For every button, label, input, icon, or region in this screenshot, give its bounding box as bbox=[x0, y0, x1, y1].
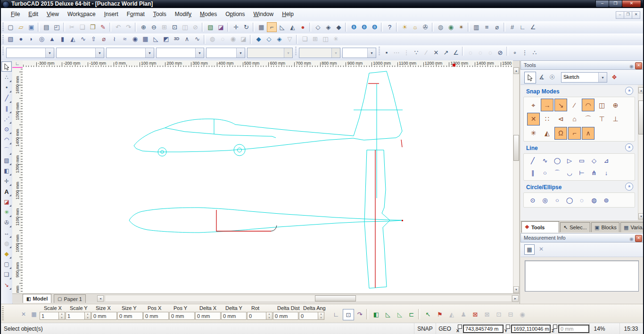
line-multiline-button[interactable]: ⋔ bbox=[588, 167, 600, 179]
snap-none-button[interactable]: ✳ bbox=[527, 127, 540, 140]
hemisphere-button[interactable]: ◗ bbox=[26, 34, 36, 44]
menu-tools[interactable]: Tools bbox=[149, 8, 171, 21]
world-view-button[interactable]: ☉ bbox=[547, 72, 557, 82]
top-view-black-arc[interactable] bbox=[271, 225, 277, 231]
zoom-previous-button[interactable]: ⊘ bbox=[190, 22, 200, 32]
eraser-tool-button[interactable]: ◆ bbox=[2, 249, 11, 259]
palette-scroll-thumb[interactable] bbox=[638, 100, 644, 134]
fill-display-button[interactable]: ◧ bbox=[371, 309, 381, 319]
inspector-coord-system-button[interactable]: ⊡ bbox=[343, 309, 354, 320]
snap-vertex-2-button[interactable]: ∵ bbox=[412, 48, 421, 57]
format-painter-button[interactable]: ✎ bbox=[98, 22, 108, 32]
angle-lock-button[interactable]: ∠ bbox=[528, 22, 538, 32]
side-view-fuselage[interactable] bbox=[134, 71, 402, 152]
zoom-in-button[interactable]: ⊕ bbox=[139, 22, 149, 32]
revolve-button[interactable]: ⌀ bbox=[99, 34, 109, 44]
menu-file[interactable]: File bbox=[7, 8, 24, 21]
menu-view[interactable]: View bbox=[42, 8, 63, 21]
point-tool-button[interactable]: • bbox=[2, 83, 11, 92]
boolean-subtract-button[interactable]: ◌ bbox=[218, 34, 228, 44]
mesh-button[interactable]: ▦ bbox=[140, 34, 150, 44]
circle-ref-c-button[interactable]: ◌ bbox=[486, 48, 495, 57]
snap-modes-tool-tool-button[interactable]: ✳ bbox=[2, 208, 11, 217]
zoom-tool-tool-button[interactable]: ↘ bbox=[2, 280, 11, 290]
undo-button[interactable]: ↶ bbox=[113, 22, 123, 32]
field-input[interactable]: 0▴▾ bbox=[247, 312, 272, 320]
palette-tab-selec[interactable]: ↖Selec... bbox=[560, 222, 590, 232]
style-combo[interactable]: Sketch ▼ bbox=[561, 72, 607, 83]
menu-window[interactable]: Window bbox=[249, 8, 278, 21]
camera-button[interactable]: ✇ bbox=[421, 22, 430, 32]
dropdown-icon[interactable]: ▼ bbox=[236, 48, 245, 58]
select-handles-tool-button[interactable]: ▢ bbox=[2, 259, 11, 269]
line-parallel-button[interactable]: ∥ bbox=[527, 167, 538, 179]
menu-help[interactable]: Help bbox=[278, 8, 298, 21]
field-input[interactable]: 0 mm bbox=[195, 312, 221, 320]
snap-vertex-button[interactable]: → bbox=[541, 99, 553, 111]
print-preview-button[interactable]: ◰ bbox=[52, 22, 62, 32]
degrade-selection-button[interactable]: ◭ bbox=[446, 309, 457, 319]
redo-button[interactable]: ↷ bbox=[124, 22, 133, 32]
snap-rubber-button[interactable]: ⊲ bbox=[554, 113, 567, 125]
copy-objects-button[interactable]: ❏ bbox=[300, 34, 310, 44]
spin-up-icon[interactable]: ▴ bbox=[318, 312, 324, 316]
sun-study-button[interactable]: ☼ bbox=[410, 22, 420, 32]
snap-midpoint-button[interactable]: ∕ bbox=[568, 99, 581, 111]
zoom-out-button[interactable]: ⊖ bbox=[149, 22, 159, 32]
snap-divide-button[interactable]: ⋮ bbox=[402, 48, 411, 57]
toolbar-grip[interactable] bbox=[295, 47, 297, 56]
surface-edit-button[interactable]: ◈ bbox=[274, 34, 284, 44]
zoom-window-button[interactable]: ⊞ bbox=[159, 22, 169, 32]
wedge-button[interactable]: ◭ bbox=[68, 34, 78, 44]
cone-button[interactable]: ▲ bbox=[47, 34, 57, 44]
pan-button[interactable]: ✛ bbox=[231, 22, 241, 32]
mode-d-button[interactable]: ◉ bbox=[517, 309, 528, 319]
tools-palette-close-button[interactable]: ✕ bbox=[635, 62, 642, 69]
circle-tangent-point-button[interactable]: ◍ bbox=[588, 194, 600, 206]
open-button[interactable]: ▱ bbox=[16, 22, 26, 32]
mdi-close-button[interactable]: ✕ bbox=[632, 11, 640, 19]
snap-magnetic-button[interactable]: Ω bbox=[554, 127, 567, 140]
arc-tool-button[interactable]: ◠ bbox=[2, 135, 11, 144]
trace-line-button[interactable]: ⋮ bbox=[520, 48, 529, 57]
measure-clear-button[interactable]: ✕ bbox=[537, 244, 546, 254]
insert-picture-button[interactable]: ▧ bbox=[206, 22, 215, 32]
dimension-tool-button[interactable]: ↔ bbox=[2, 228, 11, 238]
snap-ortho-button[interactable]: ⌐ bbox=[568, 127, 581, 140]
line-tangent-2-arcs-button[interactable]: ◡ bbox=[564, 167, 575, 179]
curve-tool-button[interactable]: ⌒ bbox=[2, 145, 11, 155]
snap-ortho-h-button[interactable]: ⊥ bbox=[609, 113, 622, 125]
dropdown-icon[interactable]: ▼ bbox=[367, 48, 376, 58]
spin-down-icon[interactable]: ▾ bbox=[266, 316, 272, 320]
field-input[interactable]: 0 mm bbox=[117, 312, 143, 320]
menu-modes[interactable]: Modes bbox=[196, 8, 221, 21]
field-input[interactable]: 0 mm bbox=[143, 312, 169, 320]
tab-paper-1[interactable]: ▢ Paper 1 bbox=[54, 294, 86, 303]
snap-direction-button[interactable]: ↗ bbox=[441, 48, 451, 57]
scroll-down-button[interactable]: ▼ bbox=[513, 286, 519, 293]
aerial-view-button[interactable]: ◫ bbox=[180, 22, 190, 32]
text-tool-button[interactable]: A bbox=[2, 187, 11, 196]
field-input[interactable]: 0 mm bbox=[91, 312, 117, 320]
circle-tangent-3-button[interactable]: ◌ bbox=[576, 194, 587, 206]
properties-button[interactable]: ≡ bbox=[482, 22, 492, 32]
quality-render-button[interactable]: ◆ bbox=[334, 22, 344, 32]
collapse-button[interactable]: « bbox=[625, 143, 633, 151]
snap-apparent-int-button[interactable]: ◭ bbox=[541, 127, 553, 140]
toolbar-grip[interactable] bbox=[379, 47, 380, 56]
dropdown-icon[interactable]: ▼ bbox=[95, 48, 104, 58]
snap-grid-button[interactable]: ∷ bbox=[541, 113, 553, 125]
top-view-fuselage[interactable] bbox=[129, 208, 403, 233]
workplane-by-view-button[interactable]: ⌐ bbox=[267, 22, 277, 32]
environments-button[interactable]: ◉ bbox=[446, 22, 456, 32]
shell-button[interactable]: ◉ bbox=[130, 34, 140, 44]
print-button[interactable]: ▤ bbox=[41, 22, 51, 32]
line-perpendicular-button[interactable]: ⊿ bbox=[601, 155, 612, 167]
menu-edit[interactable]: Edit bbox=[24, 8, 42, 21]
close-button[interactable]: ✕ bbox=[622, 0, 641, 8]
circle-ref-b-button[interactable]: ◌ bbox=[476, 48, 485, 57]
inspector-anchor-button[interactable]: ∟ bbox=[331, 309, 341, 319]
vertical-scrollbar[interactable]: ▲ ▼ bbox=[513, 67, 520, 293]
top-view-red-bulkhead[interactable] bbox=[216, 210, 271, 231]
surface-add-button[interactable]: ◆ bbox=[254, 34, 264, 44]
